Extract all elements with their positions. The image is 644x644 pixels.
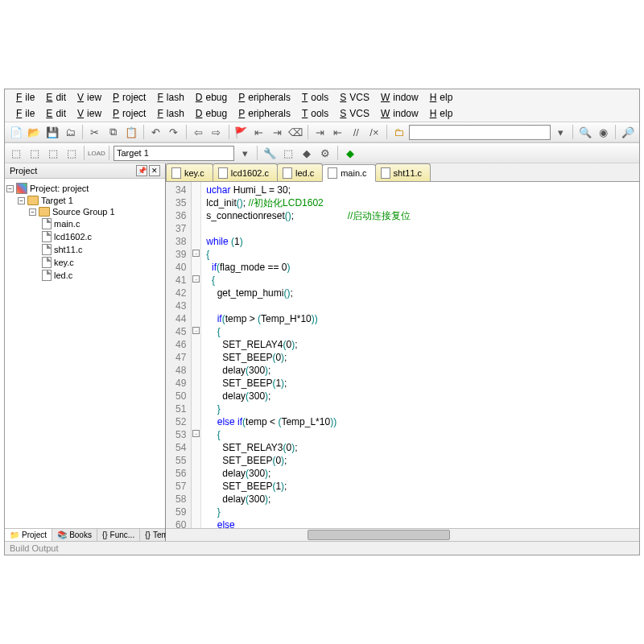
- code-line[interactable]: lcd_init(); //初始化LCD1602: [206, 196, 634, 209]
- code-line[interactable]: delay(300);: [206, 467, 634, 480]
- code-editor[interactable]: 3435363738394041424344454647484950515253…: [166, 182, 639, 528]
- menu-window[interactable]: Window: [374, 91, 422, 104]
- fold-toggle-icon[interactable]: -: [192, 275, 200, 283]
- code-line[interactable]: [206, 299, 634, 312]
- build-all-icon[interactable]: ⬚: [27, 145, 43, 161]
- manage-icon[interactable]: ⬚: [280, 145, 296, 161]
- options-icon[interactable]: 🔧: [262, 145, 278, 161]
- cut-icon[interactable]: ✂: [87, 124, 103, 140]
- save-icon[interactable]: 💾: [44, 124, 60, 140]
- bookmark-prev-icon[interactable]: ⇤: [251, 124, 267, 140]
- config-icon[interactable]: ⚙: [317, 145, 333, 161]
- code-line[interactable]: }: [206, 506, 634, 518]
- code-line[interactable]: }: [206, 402, 634, 415]
- code-line[interactable]: s_connectionreset(); //启动连接复位: [206, 209, 634, 222]
- menu-view[interactable]: View: [71, 91, 105, 104]
- editor-tab[interactable]: key.c: [166, 163, 213, 181]
- pack-icon[interactable]: ◆: [342, 145, 358, 161]
- menu-project[interactable]: Project: [106, 91, 149, 104]
- tree-file[interactable]: lcd1602.c: [6, 230, 163, 243]
- download-icon[interactable]: LOAD: [89, 145, 105, 161]
- menu-debug[interactable]: Debug: [189, 107, 230, 120]
- tree-group[interactable]: − Source Group 1: [6, 206, 163, 217]
- menu-tools[interactable]: Tools: [295, 107, 332, 120]
- tree-file[interactable]: led.c: [6, 269, 163, 282]
- menu-tools[interactable]: Tools: [295, 91, 332, 104]
- bookmark-icon[interactable]: 🚩: [233, 124, 250, 140]
- menu-help[interactable]: Help: [423, 107, 456, 120]
- menu-peripherals[interactable]: Peripherals: [232, 107, 294, 120]
- tree-file[interactable]: main.c: [6, 217, 163, 230]
- code-line[interactable]: SET_BEEP(0);: [206, 351, 634, 364]
- uncomment-icon[interactable]: /×: [366, 124, 382, 140]
- menu-file[interactable]: File: [10, 107, 38, 120]
- code-line[interactable]: uchar Humi_L = 30;: [206, 184, 634, 196]
- target-dropdown-icon[interactable]: ▾: [237, 145, 253, 161]
- code-text[interactable]: uchar Humi_L = 30;lcd_init(); //初始化LCD16…: [201, 182, 639, 528]
- code-line[interactable]: else if(temp < (Temp_L*10)): [206, 415, 634, 428]
- new-file-icon[interactable]: 📄: [8, 124, 24, 140]
- open-icon[interactable]: 📂: [27, 124, 43, 140]
- menu-window[interactable]: Window: [374, 107, 422, 120]
- books-icon[interactable]: ◆: [299, 145, 315, 161]
- code-line[interactable]: if(temp > (Temp_H*10)): [206, 312, 634, 325]
- fold-cell[interactable]: -: [192, 427, 200, 440]
- editor-tab[interactable]: lcd1602.c: [213, 163, 278, 181]
- tree-file[interactable]: sht11.c: [6, 243, 163, 256]
- menu-file[interactable]: File: [10, 91, 38, 104]
- batch-build-icon[interactable]: ⬚: [64, 145, 80, 161]
- fold-toggle-icon[interactable]: -: [192, 327, 200, 334]
- pin-icon[interactable]: 📌: [136, 165, 147, 176]
- bottom-tab-books[interactable]: 📚Books: [52, 529, 97, 541]
- find-combo[interactable]: [409, 125, 551, 140]
- tree-target[interactable]: − Target 1: [6, 195, 163, 206]
- code-line[interactable]: while (1): [206, 235, 634, 248]
- nav-back-icon[interactable]: ⇦: [191, 124, 207, 140]
- indent-icon[interactable]: ⇥: [312, 124, 328, 140]
- bottom-tab-func[interactable]: {}Func...: [97, 529, 140, 541]
- code-line[interactable]: {: [206, 274, 634, 287]
- code-line[interactable]: {: [206, 428, 634, 441]
- code-line[interactable]: SET_RELAY4(0);: [206, 338, 634, 351]
- collapse-icon[interactable]: −: [29, 208, 36, 216]
- code-line[interactable]: delay(300);: [206, 390, 634, 402]
- project-tree[interactable]: − Project: project − Target 1 − Source G…: [5, 179, 165, 528]
- code-line[interactable]: [206, 222, 634, 235]
- menu-edit[interactable]: Edit: [39, 107, 69, 120]
- collapse-icon[interactable]: −: [18, 197, 25, 204]
- redo-icon[interactable]: ↷: [166, 124, 182, 140]
- find-next-icon[interactable]: ▾: [553, 124, 569, 140]
- menu-flash[interactable]: Flash: [151, 91, 187, 104]
- bookmark-next-icon[interactable]: ⇥: [270, 124, 286, 140]
- code-line[interactable]: SET_BEEP(1);: [206, 377, 634, 390]
- collapse-icon[interactable]: −: [6, 185, 14, 192]
- code-line[interactable]: SET_RELAY3(0);: [206, 441, 634, 454]
- code-line[interactable]: {: [206, 325, 634, 338]
- code-line[interactable]: else: [206, 518, 634, 528]
- fold-cell[interactable]: -: [192, 324, 200, 336]
- close-icon[interactable]: ✕: [149, 165, 160, 176]
- fold-cell[interactable]: -: [192, 272, 200, 285]
- code-line[interactable]: SET_BEEP(0);: [206, 454, 634, 467]
- menu-flash[interactable]: Flash: [151, 107, 187, 120]
- fold-toggle-icon[interactable]: -: [192, 430, 200, 437]
- target-select[interactable]: [114, 146, 234, 161]
- menu-peripherals[interactable]: Peripherals: [232, 91, 294, 104]
- bookmark-clear-icon[interactable]: ⌫: [287, 124, 303, 140]
- debug-icon[interactable]: 🔍: [577, 124, 593, 140]
- menu-edit[interactable]: Edit: [39, 91, 69, 104]
- fold-cell[interactable]: -: [192, 246, 200, 259]
- code-line[interactable]: delay(300);: [206, 364, 634, 377]
- save-all-icon[interactable]: 🗂: [63, 124, 79, 140]
- menu-debug[interactable]: Debug: [189, 91, 230, 104]
- paste-icon[interactable]: 📋: [123, 124, 139, 140]
- undo-icon[interactable]: ↶: [148, 124, 164, 140]
- outdent-icon[interactable]: ⇤: [330, 124, 346, 140]
- comment-icon[interactable]: //: [349, 124, 365, 140]
- editor-tab[interactable]: led.c: [277, 163, 323, 181]
- menu-svcs[interactable]: SVCS: [333, 91, 373, 104]
- breakpoint-icon[interactable]: ◉: [596, 124, 612, 140]
- bottom-tab-project[interactable]: 📁Project: [5, 529, 52, 541]
- scrollbar-thumb[interactable]: [308, 530, 449, 540]
- nav-fwd-icon[interactable]: ⇨: [208, 124, 225, 140]
